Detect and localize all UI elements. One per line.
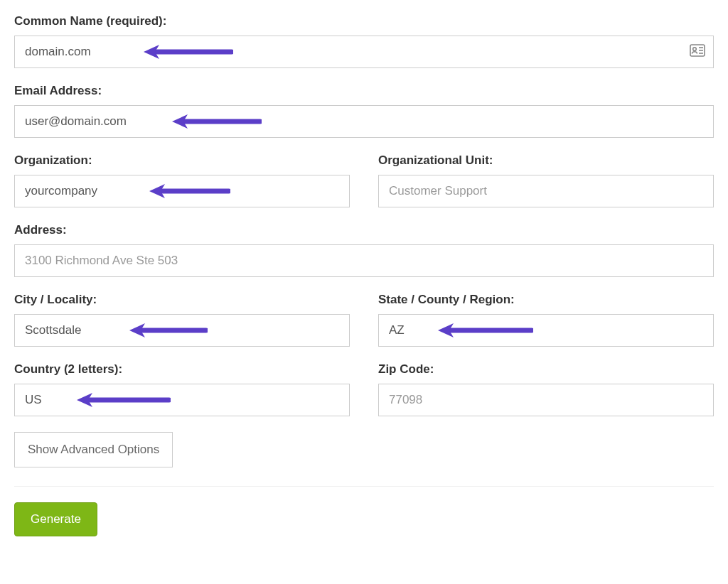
city-input[interactable] — [14, 314, 350, 347]
show-advanced-options-button[interactable]: Show Advanced Options — [14, 432, 173, 467]
state-label: State / County / Region: — [378, 293, 714, 307]
divider — [14, 486, 714, 487]
address-input[interactable] — [14, 244, 714, 277]
zip-label: Zip Code: — [378, 362, 714, 377]
common-name-input[interactable] — [14, 36, 714, 68]
org-unit-input[interactable] — [378, 175, 714, 207]
zip-input[interactable] — [378, 384, 714, 416]
email-input[interactable] — [14, 105, 714, 138]
common-name-label: Common Name (required): — [14, 14, 714, 28]
country-label: Country (2 letters): — [14, 362, 350, 377]
org-unit-label: Organizational Unit: — [378, 153, 714, 168]
country-input[interactable] — [14, 384, 350, 416]
email-label: Email Address: — [14, 84, 714, 98]
state-input[interactable] — [378, 314, 714, 347]
address-label: Address: — [14, 223, 714, 237]
organization-label: Organization: — [14, 153, 350, 168]
city-label: City / Locality: — [14, 293, 350, 307]
generate-button[interactable]: Generate — [14, 502, 97, 536]
organization-input[interactable] — [14, 175, 350, 207]
